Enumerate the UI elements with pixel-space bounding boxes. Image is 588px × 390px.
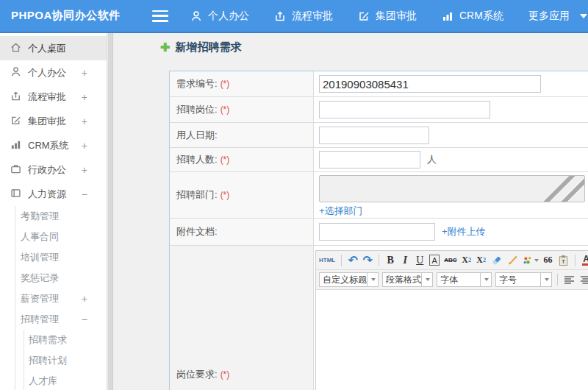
topnav-crm[interactable]: CRM系统 [442, 10, 503, 23]
paragraph-format-select[interactable]: 段落格式 [382, 272, 433, 287]
attachment-input[interactable] [319, 223, 435, 241]
align-left-icon[interactable] [563, 272, 576, 287]
unit-suffix: 人 [427, 153, 437, 166]
sidebar-item-talent-pool[interactable]: 人才库 [24, 371, 107, 390]
sidebar-item-group-approval[interactable]: 集团审批 + [0, 109, 107, 133]
required-mark: (*) [220, 369, 230, 380]
required-mark: (*) [220, 190, 230, 200]
caret-down-icon [426, 278, 430, 281]
topnav-more-apps[interactable]: 更多应用 [528, 10, 587, 23]
page-title: ✚ 新增招聘需求 [160, 40, 241, 54]
form-row-headcount: 招聘人数: (*) 人 [170, 147, 588, 171]
topnav-personal-office[interactable]: 个人办公 [190, 10, 249, 23]
format-brush-icon[interactable] [507, 253, 518, 268]
editor-toolbar-1: HTML ↶ ↷ B I U A ABC X2 X2 [316, 251, 588, 270]
demand-no-input[interactable] [319, 75, 541, 93]
app-brand: PHPOA协同办公软件 [11, 9, 143, 23]
department-textarea[interactable] [319, 175, 585, 202]
main-content: ✚ 新增招聘需求 需求编号: (*) 招聘岗位: (*) 用人日期: [114, 33, 588, 390]
crm-chart-icon [442, 10, 453, 22]
html-source-button[interactable]: HTML [319, 253, 335, 268]
recruit-submenu: 招聘需求 招聘计划 人才库 [24, 330, 107, 390]
blockquote-button[interactable]: 66 [543, 253, 553, 268]
strikethrough-button[interactable]: ABC [444, 253, 456, 268]
user-icon [10, 66, 21, 79]
sidebar-item-attendance[interactable]: 考勤管理 [15, 206, 107, 227]
hr-card-icon [10, 188, 21, 201]
required-mark: (*) [220, 104, 230, 115]
sidebar-scrollbar[interactable] [108, 33, 113, 390]
sidebar-item-recruit-plan[interactable]: 招聘计划 [24, 350, 107, 371]
sidebar-item-salary[interactable]: 薪资管理 + [15, 288, 107, 309]
rich-text-editor: HTML ↶ ↷ B I U A ABC X2 X2 [315, 250, 588, 390]
group-approval-icon [358, 10, 370, 22]
field-label: 用人日期: [176, 129, 218, 142]
form-row-department: 招聘部门: (*) +选择部门 [170, 171, 588, 218]
caret-down-icon [371, 278, 376, 281]
sidebar-item-rewards[interactable]: 奖惩记录 [15, 268, 107, 288]
paste-clipboard-icon[interactable]: T [558, 253, 569, 268]
bold-button[interactable]: B [385, 253, 395, 268]
sidebar-item-recruit-mgmt[interactable]: 招聘管理 − [15, 309, 107, 330]
custom-title-select[interactable]: 自定义标题 [319, 272, 379, 287]
sidebar-item-recruit-demand[interactable]: 招聘需求 [24, 330, 107, 350]
user-icon [190, 10, 202, 22]
form-row-hire-date: 用人日期: [170, 122, 588, 147]
field-label: 招聘部门: [176, 188, 218, 202]
spellcheck-dropdown-icon[interactable] [523, 253, 539, 268]
editor-content-area[interactable] [316, 290, 588, 390]
process-icon [10, 91, 21, 104]
bar-chart-icon [10, 139, 21, 152]
headcount-input[interactable] [319, 151, 420, 169]
menu-toggle-icon[interactable] [152, 10, 168, 22]
font-size-select[interactable]: 字号 [495, 272, 552, 287]
attachment-upload-link[interactable]: +附件上传 [442, 225, 486, 238]
add-plus-icon: ✚ [160, 42, 170, 54]
caret-down-icon [484, 278, 489, 281]
hr-submenu: 考勤管理 人事合同 培训管理 奖惩记录 薪资管理 + 招聘管理 − 招聘需求 招… [15, 206, 107, 390]
field-label: 招聘人数: [176, 153, 218, 166]
topnav-process-approval[interactable]: 流程审批 [274, 10, 333, 23]
sidebar-item-admin-office[interactable]: 行政办公 + [0, 157, 107, 182]
edit-square-icon [10, 115, 21, 128]
editor-toolbar-2: 自定义标题 段落格式 字体 字号 [316, 270, 588, 290]
briefcase-icon [10, 163, 21, 177]
eraser-icon[interactable] [491, 253, 503, 268]
sidebar-item-training[interactable]: 培训管理 [15, 247, 107, 268]
svg-text:T: T [562, 258, 565, 265]
field-label: 需求编号: [176, 77, 218, 91]
caret-down-icon [545, 278, 549, 281]
italic-button[interactable]: I [400, 253, 410, 268]
autotypeset-button[interactable]: A [429, 255, 440, 266]
topbar: PHPOA协同办公软件 个人办公 流程审批 集团审批 CRM系统 [0, 0, 588, 33]
process-approval-icon [274, 10, 286, 22]
sidebar-item-crm[interactable]: CRM系统 + [0, 133, 107, 157]
sidebar-item-personal-office[interactable]: 个人办公 + [0, 60, 107, 85]
sidebar: 个人桌面 个人办公 + 流程审批 + 集团审批 + CRM系统 + 行政办公 + [0, 33, 107, 390]
subscript-button[interactable]: X2 [476, 253, 487, 268]
align-center-icon[interactable] [579, 272, 588, 287]
field-label: 招聘岗位: [176, 103, 218, 116]
topnav-group-approval[interactable]: 集团审批 [358, 10, 417, 23]
form-row-position: 招聘岗位: (*) [170, 96, 588, 122]
caret-down-icon [534, 259, 539, 262]
field-label: 附件文档: [176, 225, 218, 238]
position-input[interactable] [319, 101, 490, 118]
sidebar-item-hr[interactable]: 人力资源 − [0, 182, 107, 206]
undo-icon[interactable]: ↶ [348, 253, 358, 268]
top-navigation: 个人办公 流程审批 集团审批 CRM系统 更多应用 [190, 10, 587, 23]
sidebar-item-desktop[interactable]: 个人桌面 [0, 36, 107, 60]
recruit-demand-form: 需求编号: (*) 招聘岗位: (*) 用人日期: [169, 71, 588, 390]
redo-icon[interactable]: ↷ [362, 253, 373, 268]
underline-button[interactable]: U [415, 253, 425, 268]
sidebar-item-process-approval[interactable]: 流程审批 + [0, 85, 107, 109]
superscript-button[interactable]: X2 [462, 253, 472, 268]
home-icon [10, 42, 21, 55]
sidebar-item-hr-contract[interactable]: 人事合同 [15, 227, 107, 247]
font-family-select[interactable]: 字体 [437, 272, 492, 287]
font-color-button[interactable]: A [581, 253, 588, 268]
select-department-link[interactable]: +选择部门 [319, 205, 363, 218]
caret-down-icon [580, 14, 587, 18]
field-label: 岗位要求: [176, 368, 218, 381]
hire-date-input[interactable] [319, 127, 429, 144]
